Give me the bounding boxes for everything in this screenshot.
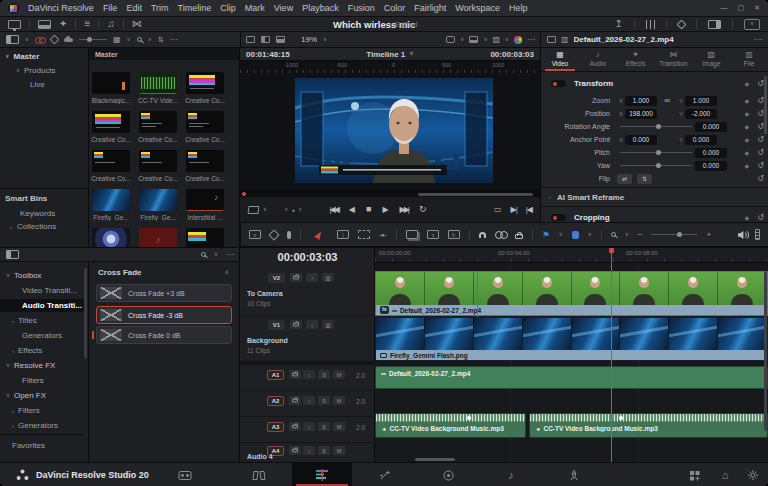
yaw-input[interactable]: 0.000 [695, 161, 727, 171]
position-lock-icon[interactable] [515, 234, 523, 239]
safe-area-icon[interactable] [446, 36, 455, 43]
timeline-zoom-slider[interactable] [651, 234, 697, 235]
track-name-v2[interactable]: To Camera [247, 290, 283, 297]
loop-button[interactable]: ↻ [419, 205, 427, 214]
menu-edit[interactable]: Edit [126, 3, 142, 13]
smart-bins-header[interactable]: Smart Bins [0, 192, 88, 205]
track-name-a4[interactable]: Audio 4 [247, 453, 273, 460]
keyframe-icon[interactable]: ◆ [744, 214, 749, 221]
page-fairlight-button[interactable]: ♪ [498, 466, 524, 484]
color-wheel-icon[interactable] [514, 36, 522, 44]
transform-section-title[interactable]: Transform [574, 79, 613, 88]
playhead-handle[interactable] [609, 248, 614, 253]
search-caret-icon[interactable]: ∨ [148, 37, 152, 43]
pitch-slider[interactable] [620, 152, 692, 153]
marker-caret-icon[interactable]: ∨ [588, 232, 592, 238]
crossfade-zero-item[interactable]: Cross Fade 0 dB [96, 326, 232, 344]
timeline-clip-v2[interactable]: fx ∞ Default_2026-02-27_2.mp4 [375, 271, 768, 316]
audio-monitor-speaker-icon[interactable] [737, 230, 749, 240]
zoom-out-icon[interactable]: − [638, 230, 643, 239]
media-clip-thumbnail[interactable] [92, 111, 130, 133]
zoom-link-icon[interactable]: ∞ [657, 96, 677, 105]
relink-media-icon[interactable] [35, 37, 45, 43]
crossfade-minus3-item[interactable]: Cross Fade -3 dB [96, 306, 232, 324]
ai-reframe-chevron-icon[interactable]: › [549, 194, 551, 200]
trim-edit-mode-tool[interactable]: | [337, 230, 349, 239]
zoom-in-icon[interactable]: + [706, 230, 711, 239]
media-pool-icon[interactable] [38, 20, 51, 29]
viewer-mode-1-icon[interactable] [246, 36, 255, 43]
keyframe-icon[interactable]: ◆ [744, 80, 749, 87]
keyframe-icon[interactable]: ◆ [744, 136, 749, 143]
media-clip-thumbnail[interactable] [139, 72, 177, 94]
loop-range-icon[interactable]: ▭ [494, 206, 502, 214]
menu-file[interactable]: File [103, 3, 118, 13]
dual-viewer-icon[interactable] [469, 36, 478, 43]
reset-icon[interactable]: ↺ [757, 109, 764, 118]
track-badge-a2[interactable]: A2 [267, 396, 284, 406]
timeline-zoom-tool-icon[interactable] [611, 232, 616, 237]
fx-tree-titles[interactable]: ›Titles [12, 314, 37, 327]
viewer-zoom-scrollbar[interactable] [418, 193, 533, 196]
track-lock-icon[interactable] [289, 422, 301, 431]
track-solo-button[interactable]: S [318, 396, 330, 405]
insert-clip-icon[interactable] [406, 230, 418, 239]
mixer-icon[interactable] [646, 20, 655, 29]
media-clip-thumbnail[interactable] [92, 228, 130, 247]
track-lock-icon[interactable] [290, 273, 302, 282]
track-lock-icon[interactable] [289, 396, 301, 405]
page-fusion-button[interactable] [372, 466, 398, 484]
viewer-mode-2-icon[interactable] [261, 36, 270, 43]
reset-icon[interactable]: ↺ [757, 161, 764, 170]
page-edit-button-selected[interactable] [292, 463, 352, 486]
search-icon[interactable] [137, 37, 142, 42]
reset-icon[interactable]: ↺ [757, 148, 764, 157]
gang-caret-icon[interactable]: ∨ [263, 207, 267, 213]
jog-left-icon[interactable]: ‹ [285, 205, 288, 214]
effects-panel-toggle-icon[interactable] [6, 250, 19, 259]
skip-back-button[interactable]: |◀◀ [329, 206, 337, 214]
track-solo-button[interactable]: S [318, 422, 330, 431]
inspector-scrollbar[interactable] [764, 76, 767, 134]
window-close-icon[interactable]: ✕ [754, 4, 760, 12]
marker-icon[interactable] [572, 231, 579, 239]
clip-cut-point[interactable] [477, 272, 478, 317]
sort-icon[interactable]: ⇅ [158, 36, 164, 43]
fx-tree-resolve-fx[interactable]: ∨Resolve FX [6, 359, 55, 372]
track-auto-select-icon[interactable]: ↕ [306, 320, 318, 329]
track-enable-icon[interactable]: ▥ [322, 273, 334, 282]
viewer-zoom-level[interactable]: 19% [301, 35, 317, 44]
reset-icon[interactable]: ↺ [757, 79, 764, 88]
fx-tree-resolve-filters[interactable]: Filters [22, 374, 44, 387]
media-clip-thumbnail[interactable] [186, 111, 224, 133]
reset-icon[interactable]: ↺ [757, 213, 764, 222]
effects-search-caret-icon[interactable]: ∨ [214, 252, 218, 258]
timeline-clip-a1[interactable]: ∞Default_2026-02-27_2.mp4 [375, 366, 768, 389]
dynamic-trim-tool[interactable]: ‹●› [379, 232, 387, 238]
pitch-input[interactable]: 0.000 [695, 148, 727, 158]
quick-export-icon[interactable]: ↥ [615, 19, 623, 29]
smart-bin-keywords[interactable]: Keywords [0, 207, 88, 220]
fx-tree-toolbox[interactable]: ∨Toolbox [6, 269, 42, 282]
viewer-mode-3-icon[interactable] [276, 36, 285, 43]
media-clip-thumbnail[interactable]: ♪ [186, 189, 224, 211]
track-auto-select-icon[interactable]: ↕ [303, 370, 315, 379]
group-collapse-icon[interactable]: ∧ [225, 268, 229, 275]
timeline-clip-v1[interactable]: Firefly_Gemini Flash.png [375, 317, 768, 361]
flip-horizontal-button[interactable]: ⇄ [617, 174, 632, 184]
transform-caret-icon[interactable]: ∨ [505, 37, 509, 43]
tab-effects[interactable]: ✦Effects [617, 48, 655, 71]
track-solo-button[interactable]: S [318, 370, 330, 379]
yaw-slider[interactable] [620, 165, 692, 166]
track-mute-button[interactable]: M [333, 422, 345, 431]
jog-dot-icon[interactable]: ● [292, 207, 295, 213]
grid-view-icon[interactable]: ▦ [113, 36, 121, 44]
flag-caret-icon[interactable]: ∨ [559, 232, 563, 238]
track-mute-button[interactable]: M [333, 370, 345, 379]
window-minimize-icon[interactable]: — [721, 4, 728, 12]
track-auto-select-icon[interactable]: ↕ [303, 396, 315, 405]
zoom-x-input[interactable]: 1.000 [625, 96, 657, 106]
playhead[interactable] [611, 248, 612, 462]
play-around-icon[interactable]: ▶| [511, 206, 517, 214]
menu-trim[interactable]: Trim [151, 3, 169, 13]
